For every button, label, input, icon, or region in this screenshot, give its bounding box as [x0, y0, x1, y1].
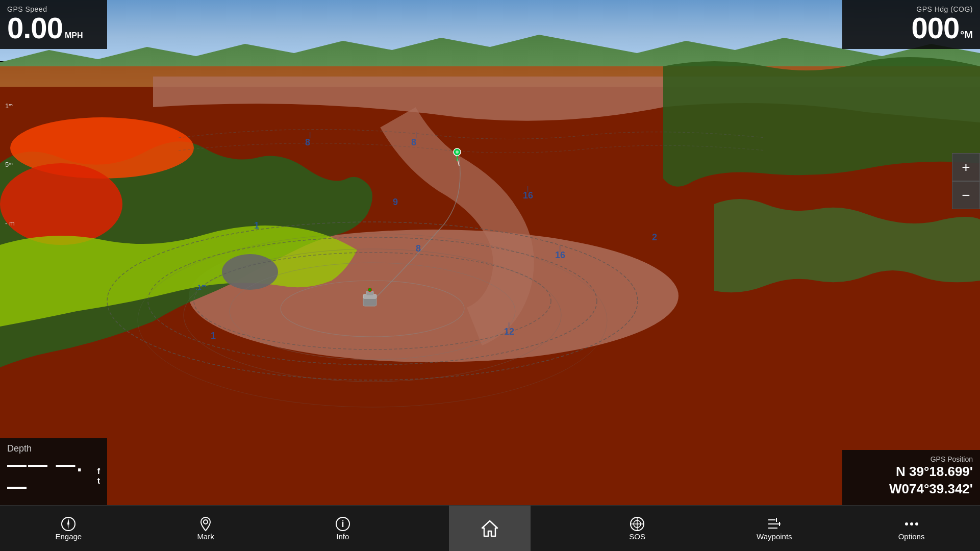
svg-rect-15 [366, 291, 373, 295]
depth-label-8b: 8 [416, 243, 421, 254]
gps-speed-value: 0.00 [7, 13, 63, 43]
pin-icon [197, 516, 214, 532]
svg-point-3 [0, 163, 122, 245]
svg-rect-18 [369, 290, 370, 290]
nav-item-engage[interactable]: Engage [38, 506, 99, 551]
zoom-out-button[interactable]: − [952, 181, 980, 209]
map-background[interactable]: 9 8 16 16 12 1 1 2 .1ᵐ 8 8 | | | | | 1ᵐ … [0, 0, 980, 505]
depth-label-1b: 1 [211, 331, 216, 341]
depth-label-1a: 1 [254, 220, 259, 231]
depth-label-9: 9 [393, 197, 398, 208]
nav-item-options[interactable]: Options [881, 506, 942, 551]
depth-tick-1: | [309, 131, 311, 138]
gps-speed-unit-mph: MPH [65, 32, 83, 40]
home-icon [480, 519, 499, 538]
svg-point-40 [910, 522, 913, 525]
nav-label-waypoints: Waypoints [757, 532, 792, 541]
nav-label-engage: Engage [55, 532, 82, 541]
nav-item-mark[interactable]: Mark [175, 506, 236, 551]
nav-item-waypoints[interactable]: Waypoints [744, 506, 805, 551]
depth-scale-1m: 1ᵐ [5, 102, 15, 110]
gps-heading-unit: °M [960, 29, 973, 40]
compass-icon [60, 516, 77, 532]
zoom-in-button[interactable]: + [952, 153, 980, 181]
gps-speed-panel: GPS Speed 0.00 MPH [0, 0, 107, 49]
depth-unit-t: t [97, 476, 100, 486]
svg-point-21 [456, 151, 459, 154]
dots-icon [903, 516, 920, 532]
svg-text:i: i [341, 519, 344, 529]
depth-label-8d: 8 [411, 137, 416, 148]
depth-tick-4: | [559, 244, 561, 252]
depth-label-2: 2 [652, 232, 657, 243]
gps-position-lat: N 39°18.699' [849, 463, 973, 481]
depth-label-01: .1ᵐ [195, 283, 206, 291]
gps-position-lon: W074°39.342' [849, 481, 973, 498]
gps-position-panel: GPS Position N 39°18.699' W074°39.342' [842, 450, 980, 505]
gps-heading-value: 000 [912, 13, 960, 43]
svg-point-39 [905, 522, 908, 525]
waypoints-icon [766, 516, 783, 532]
depth-label-8c: 8 [305, 137, 310, 148]
depth-value: —— —.— [7, 454, 93, 498]
nav-item-info[interactable]: i Info [312, 506, 373, 551]
sos-icon [629, 516, 645, 532]
depth-label-text: Depth [7, 443, 100, 454]
depth-tick-2: | [415, 131, 417, 138]
depth-panel: Depth —— —.— f t [0, 438, 107, 505]
depth-tick-3: | [527, 185, 529, 192]
gps-heading-panel: GPS Hdg (COG) 000 °M [842, 0, 980, 49]
map-svg [0, 0, 980, 505]
svg-point-41 [915, 522, 918, 525]
boat-icon [357, 283, 383, 314]
svg-point-26 [204, 520, 208, 524]
nav-item-sos[interactable]: SOS [607, 506, 668, 551]
depth-unit-f: f [97, 466, 100, 476]
svg-marker-29 [482, 521, 497, 536]
depth-scale-5m: 5ᵐ [5, 161, 15, 168]
gps-position-label: GPS Position [849, 455, 973, 463]
depth-scale: 1ᵐ 5ᵐ - m [5, 102, 15, 278]
info-icon: i [335, 516, 351, 532]
nav-label-sos: SOS [629, 532, 645, 541]
nav-label-info: Info [336, 532, 349, 541]
depth-scale-m: - m [5, 219, 15, 227]
waypoint-marker [452, 147, 462, 162]
depth-tick-5: | [508, 321, 510, 329]
nav-label-mark: Mark [197, 532, 214, 541]
nav-label-options: Options [898, 532, 925, 541]
nav-item-home[interactable] [449, 506, 531, 551]
zoom-controls: + − [952, 153, 980, 209]
bottom-nav-bar: Engage Mark i Info SOS [0, 505, 980, 551]
